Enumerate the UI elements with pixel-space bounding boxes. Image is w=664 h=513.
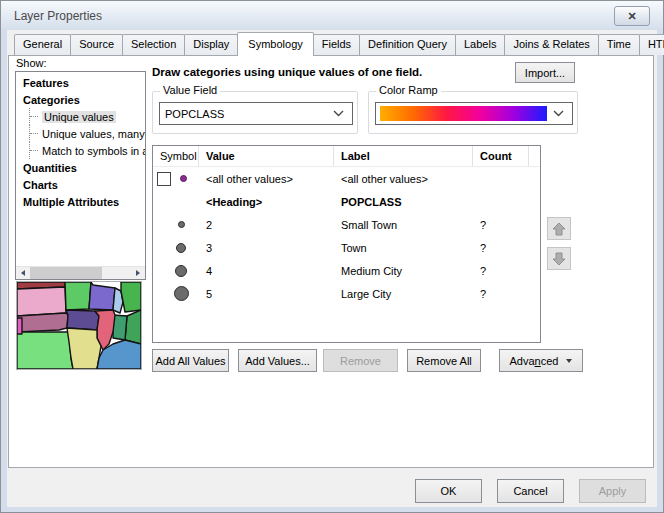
count-cell: ? — [473, 242, 529, 254]
table-row[interactable]: 4 Medium City ? — [153, 259, 540, 282]
cancel-button[interactable]: Cancel — [497, 479, 564, 503]
count-cell: ? — [473, 219, 529, 231]
show-item-unique-values-many[interactable]: Unique values, many — [16, 125, 145, 142]
scroll-right-icon[interactable] — [131, 267, 145, 279]
color-ramp-group-label: Color Ramp — [376, 84, 441, 96]
point-symbol-icon[interactable] — [176, 243, 186, 253]
value-field-value: POPCLASS — [160, 108, 333, 120]
show-item-match-to-symbols[interactable]: Match to symbols in a — [16, 142, 145, 159]
show-item-unique-values[interactable]: Unique values — [16, 108, 145, 125]
table-row[interactable]: 5 Large City ? — [153, 282, 540, 305]
show-label: Show: — [16, 57, 47, 69]
tab-labels[interactable]: Labels — [455, 34, 505, 55]
dialog-content: General Source Selection Display Symbolo… — [7, 30, 657, 507]
tab-display[interactable]: Display — [184, 34, 238, 55]
label-cell: Town — [334, 242, 473, 254]
title-bar[interactable]: Layer Properties ✕ — [1, 1, 663, 30]
tab-html-popup[interactable]: HTML Popup — [639, 34, 664, 55]
count-cell: ? — [473, 288, 529, 300]
move-up-button[interactable] — [547, 217, 571, 240]
values-table: Symbol Value Label Count <all other valu… — [152, 145, 541, 343]
tab-source[interactable]: Source — [70, 34, 123, 55]
tab-joins-relates[interactable]: Joins & Relates — [504, 34, 598, 55]
arrow-up-icon — [552, 222, 566, 236]
apply-button[interactable]: Apply — [579, 479, 646, 503]
table-row[interactable]: <Heading> POPCLASS — [153, 190, 540, 213]
chevron-down-icon — [333, 110, 344, 117]
symbology-preview-map — [16, 281, 142, 370]
label-cell: Large City — [334, 288, 473, 300]
scroll-left-icon[interactable] — [16, 267, 30, 279]
color-ramp-dropdown[interactable] — [375, 102, 573, 125]
window-title: Layer Properties — [14, 9, 102, 23]
remove-button[interactable]: Remove — [323, 349, 398, 372]
show-item-quantities[interactable]: Quantities — [16, 159, 145, 176]
label-cell: <all other values> — [334, 173, 473, 185]
tab-symbology[interactable]: Symbology — [237, 32, 313, 56]
color-ramp-gradient — [380, 106, 547, 121]
table-row[interactable]: 3 Town ? — [153, 236, 540, 259]
value-cell: 3 — [199, 242, 334, 254]
chevron-down-icon — [553, 110, 564, 117]
add-all-values-button[interactable]: Add All Values — [152, 349, 229, 372]
column-header-value: Value — [199, 146, 334, 166]
tree-elbow-icon — [29, 125, 39, 142]
show-list: Features Categories Unique values Unique… — [15, 71, 146, 280]
point-symbol-icon[interactable] — [174, 286, 189, 301]
tab-time[interactable]: Time — [598, 34, 640, 55]
value-field-dropdown[interactable]: POPCLASS — [159, 102, 353, 125]
tab-definition-query[interactable]: Definition Query — [359, 34, 456, 55]
advanced-button[interactable]: Advanced — [499, 349, 583, 372]
scrollbar-track[interactable] — [102, 267, 131, 279]
label-cell: POPCLASS — [334, 196, 473, 208]
value-cell: 5 — [199, 288, 334, 300]
show-list-hscrollbar[interactable] — [16, 266, 145, 279]
add-values-button[interactable]: Add Values... — [238, 349, 317, 372]
tree-elbow-icon — [29, 108, 39, 125]
scrollbar-thumb[interactable] — [30, 267, 102, 279]
tab-selection[interactable]: Selection — [122, 34, 185, 55]
label-cell: Medium City — [334, 265, 473, 277]
table-row[interactable]: <all other values> <all other values> — [153, 167, 540, 190]
value-field-group: Value Field POPCLASS — [152, 91, 358, 134]
table-row[interactable]: 2 Small Town ? — [153, 213, 540, 236]
menu-dropdown-icon — [566, 359, 572, 363]
value-cell: 2 — [199, 219, 334, 231]
table-header: Symbol Value Label Count — [153, 146, 540, 167]
show-item-charts[interactable]: Charts — [16, 176, 145, 193]
tab-general[interactable]: General — [14, 34, 71, 55]
value-cell: 4 — [199, 265, 334, 277]
close-icon: ✕ — [627, 10, 636, 23]
show-item-multiple-attributes[interactable]: Multiple Attributes — [16, 193, 145, 210]
value-cell: <all other values> — [199, 173, 334, 185]
value-field-group-label: Value Field — [160, 84, 220, 96]
label-cell: Small Town — [334, 219, 473, 231]
column-header-label: Label — [334, 146, 473, 166]
column-header-count: Count — [473, 146, 529, 166]
close-button[interactable]: ✕ — [614, 6, 650, 26]
tab-strip: General Source Selection Display Symbolo… — [14, 32, 664, 56]
point-symbol-icon — [180, 175, 187, 182]
import-button[interactable]: Import... — [515, 62, 575, 83]
column-header-filler — [529, 146, 540, 166]
column-header-symbol: Symbol — [153, 146, 199, 166]
remove-all-button[interactable]: Remove All — [407, 349, 481, 372]
method-description: Draw categories using unique values of o… — [152, 66, 422, 78]
layer-properties-dialog: Layer Properties ✕ General Source Select… — [0, 0, 664, 513]
show-item-features[interactable]: Features — [16, 74, 145, 91]
symbology-tab-page: Show: Features Categories Unique values … — [8, 55, 654, 468]
point-symbol-icon[interactable] — [178, 221, 185, 228]
point-symbol-icon[interactable] — [175, 265, 187, 277]
all-other-values-checkbox[interactable] — [157, 172, 171, 186]
tab-fields[interactable]: Fields — [313, 34, 360, 55]
arrow-down-icon — [552, 252, 566, 266]
show-item-categories[interactable]: Categories — [16, 91, 145, 108]
tree-elbow-icon — [29, 142, 39, 159]
ok-button[interactable]: OK — [415, 479, 482, 503]
move-down-button[interactable] — [547, 247, 571, 270]
count-cell: ? — [473, 265, 529, 277]
color-ramp-group: Color Ramp — [368, 91, 578, 134]
value-cell: <Heading> — [199, 196, 334, 208]
